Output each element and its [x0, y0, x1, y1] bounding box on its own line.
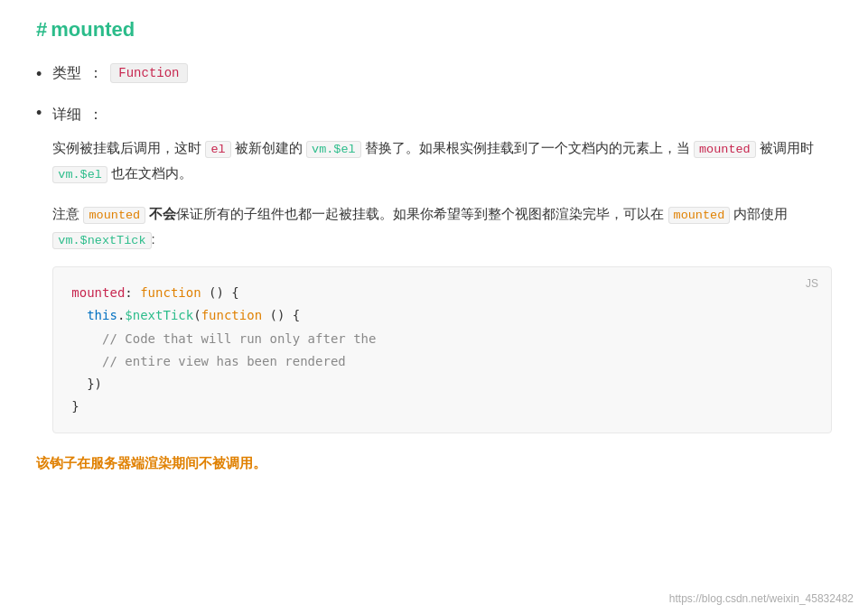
page-title: #mounted: [36, 18, 832, 42]
bullet-detail: •: [36, 104, 42, 123]
detail-content: 详细 ： 实例被挂载后调用，这时 el 被新创建的 vm.$el 替换了。如果根…: [52, 106, 832, 433]
lang-label: JS: [806, 274, 818, 294]
footer-note: 该钩子在服务器端渲染期间不被调用。: [36, 455, 832, 472]
mounted-code-2: mounted: [83, 207, 145, 224]
type-row: • 类型 ： Function: [36, 63, 832, 84]
el-code: el: [205, 141, 230, 158]
hash-symbol: #: [36, 18, 47, 41]
mounted-code-1: mounted: [694, 141, 756, 158]
mounted-code-3: mounted: [668, 207, 731, 224]
code-line-3: // Code that will run only after the: [71, 328, 813, 350]
detail-colon: ：: [89, 106, 103, 125]
code-line-5: }): [71, 373, 813, 395]
function-badge: Function: [110, 63, 187, 83]
type-content: 类型 ： Function: [52, 63, 832, 83]
code-line-6: }: [71, 395, 813, 418]
watermark: https://blog.csdn.net/weixin_45832482: [669, 592, 854, 605]
vm-sel-code-1: vm.$el: [306, 141, 361, 158]
no-guarantee-text: 不会: [149, 206, 176, 221]
code-block: JS mounted: function () { this.$nextTick…: [52, 266, 832, 433]
code-line-2: this.$nextTick(function () {: [71, 304, 813, 327]
detail-label-text: 详细: [52, 106, 81, 125]
paragraph-1: 实例被挂载后调用，这时 el 被新创建的 vm.$el 替换了。如果根实例挂载到…: [52, 135, 832, 187]
paragraph-2: 注意 mounted 不会保证所有的子组件也都一起被挂载。如果你希望等到整个视图…: [52, 201, 832, 253]
type-label: 类型 ： Function: [52, 63, 832, 83]
title-text: mounted: [51, 18, 135, 41]
detail-label: 详细 ：: [52, 106, 832, 125]
type-colon: ：: [89, 64, 103, 83]
vm-nexttick-code: vm.$nextTick: [52, 232, 151, 249]
code-line-1: mounted: function () {: [71, 282, 813, 304]
type-label-text: 类型: [52, 64, 81, 83]
vm-sel-code-2: vm.$el: [52, 166, 107, 183]
detail-row: • 详细 ： 实例被挂载后调用，这时 el 被新创建的 vm.$el 替换了。如…: [36, 102, 832, 433]
code-line-4: // entire view has been rendered: [71, 350, 813, 373]
bullet-type: •: [36, 65, 42, 84]
main-list: • 类型 ： Function • 详细 ： 实例被挂载后调用，这时 el 被新…: [36, 63, 832, 433]
